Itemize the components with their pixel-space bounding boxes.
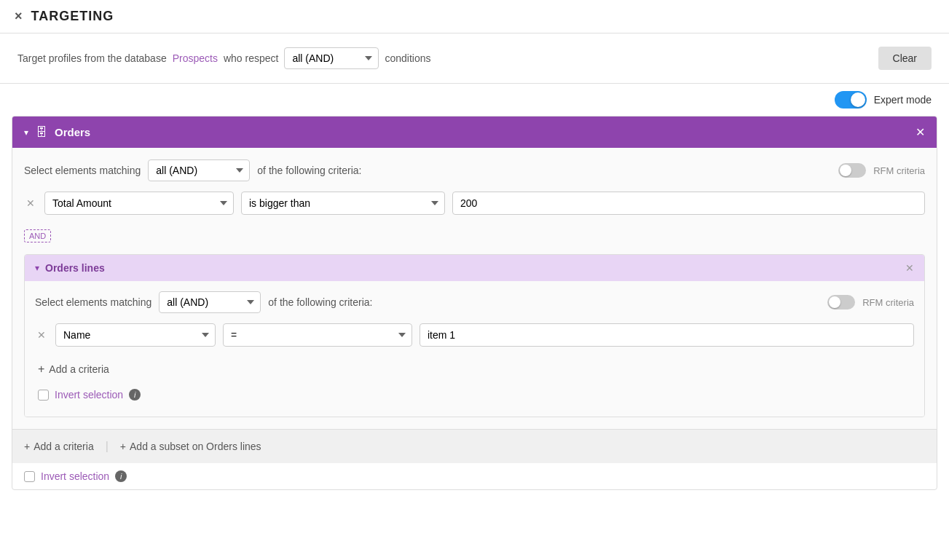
orders-operator-select[interactable]: is bigger than is smaller than equals is… xyxy=(241,192,445,215)
orders-matching-select[interactable]: all (AND) any (OR) none xyxy=(148,159,250,181)
orders-body: Select elements matching all (AND) any (… xyxy=(12,148,937,429)
subset-add-plus-icon: + xyxy=(38,363,44,376)
orders-chevron-icon[interactable]: ▾ xyxy=(24,127,28,138)
separator-pipe: | xyxy=(106,440,109,453)
expert-mode-label: Expert mode xyxy=(874,94,932,106)
orders-add-plus-icon: + xyxy=(24,441,30,452)
expert-mode-row: Expert mode xyxy=(0,84,949,116)
orders-close-icon[interactable]: ✕ xyxy=(915,125,925,139)
orders-bottom-invert-row: Invert selection i xyxy=(12,463,937,489)
subset-invert-label: Invert selection xyxy=(55,389,123,401)
orders-criteria-row: Select elements matching all (AND) any (… xyxy=(24,159,925,181)
expert-mode-toggle[interactable] xyxy=(835,91,867,109)
orders-condition-remove-icon[interactable]: ✕ xyxy=(24,197,37,210)
subset-matching-select[interactable]: all (AND) any (OR) none xyxy=(159,291,261,313)
and-badge: AND xyxy=(24,224,925,248)
page-container: × TARGETING Target profiles from the dat… xyxy=(0,0,949,560)
topbar-database-name: Prospects xyxy=(173,52,218,64)
subset-title: Orders lines xyxy=(45,262,899,274)
subset-criteria-label: of the following criteria: xyxy=(268,296,372,308)
orders-invert-checkbox[interactable] xyxy=(24,471,35,482)
topbar-text-before: Target profiles from the database xyxy=(17,52,167,64)
orders-condition-row: ✕ Total Amount Date Status Count is bigg… xyxy=(24,192,925,215)
orders-select-label: Select elements matching xyxy=(24,165,141,176)
orders-db-icon: 🗄 xyxy=(36,126,47,139)
orders-lines-subset: ▾ Orders lines ✕ Select elements matchin… xyxy=(24,254,925,417)
orders-value-input[interactable] xyxy=(452,192,925,215)
top-bar: Target profiles from the database Prospe… xyxy=(0,33,949,84)
orders-add-criteria-link[interactable]: + Add a criteria xyxy=(24,441,94,452)
close-icon[interactable]: × xyxy=(15,9,23,24)
orders-title: Orders xyxy=(55,126,908,138)
orders-bottom-bar: + Add a criteria | + Add a subset on Ord… xyxy=(12,429,937,463)
subset-value-input[interactable] xyxy=(420,323,914,347)
orders-header: ▾ 🗄 Orders ✕ xyxy=(12,117,937,148)
subset-field-select[interactable]: Name Price Quantity SKU xyxy=(55,323,216,347)
subset-rfm-toggle[interactable] xyxy=(827,295,855,309)
subset-criteria-row: Select elements matching all (AND) any (… xyxy=(35,291,914,313)
orders-add-subset-link[interactable]: + Add a subset on Orders lines xyxy=(120,441,261,452)
orders-invert-label: Invert selection xyxy=(41,470,109,482)
subset-close-icon[interactable]: ✕ xyxy=(905,262,914,274)
subset-select-label: Select elements matching xyxy=(35,296,151,308)
header: × TARGETING xyxy=(0,0,949,33)
orders-panel: ▾ 🗄 Orders ✕ Select elements matching al… xyxy=(12,116,937,490)
subset-invert-checkbox[interactable] xyxy=(38,390,49,401)
subset-add-criteria-label: Add a criteria xyxy=(49,363,109,375)
topbar-text-after: conditions xyxy=(385,52,430,64)
topbar-condition-select[interactable]: all (AND) any (OR) none xyxy=(284,47,379,69)
subset-invert-info-icon: i xyxy=(129,389,141,401)
subset-invert-row: Invert selection i xyxy=(35,383,914,406)
orders-rfm-label: RFM criteria xyxy=(873,165,925,176)
orders-invert-info-icon: i xyxy=(115,470,127,482)
subset-condition-remove-icon[interactable]: ✕ xyxy=(35,328,48,342)
subset-chevron-icon[interactable]: ▾ xyxy=(35,263,39,273)
topbar-text-middle: who respect xyxy=(224,52,278,64)
orders-criteria-label: of the following criteria: xyxy=(257,165,361,176)
orders-add-criteria-label: Add a criteria xyxy=(34,441,93,452)
subset-add-criteria-row[interactable]: + Add a criteria xyxy=(35,355,914,383)
page-title: TARGETING xyxy=(31,9,114,24)
orders-field-select[interactable]: Total Amount Date Status Count xyxy=(44,192,234,215)
clear-button[interactable]: Clear xyxy=(878,47,932,70)
subset-rfm-label: RFM criteria xyxy=(862,297,914,308)
orders-add-subset-plus-icon: + xyxy=(120,441,126,452)
subset-header: ▾ Orders lines ✕ xyxy=(25,255,924,281)
orders-add-subset-label: Add a subset on Orders lines xyxy=(130,441,261,452)
subset-condition-row: ✕ Name Price Quantity SKU = != contains … xyxy=(35,323,914,347)
subset-operator-select[interactable]: = != contains starts with xyxy=(223,323,412,347)
subset-body: Select elements matching all (AND) any (… xyxy=(25,281,924,417)
orders-rfm-toggle[interactable] xyxy=(838,163,866,178)
